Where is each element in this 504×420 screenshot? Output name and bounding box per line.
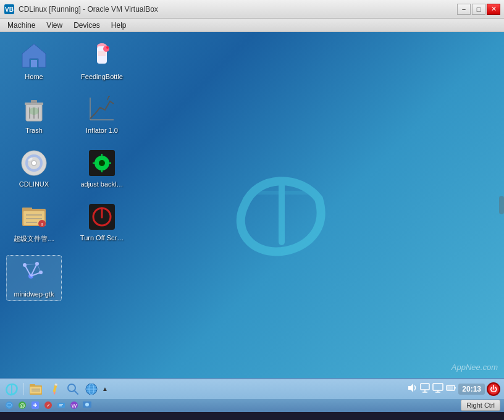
svg-rect-11	[31, 100, 37, 103]
svg-point-8	[106, 46, 109, 49]
svg-line-50	[37, 264, 41, 272]
svg-rect-76	[447, 386, 453, 390]
tray-volume-icon[interactable]	[406, 382, 418, 395]
close-button[interactable]: ✕	[487, 4, 500, 15]
svg-rect-32	[22, 208, 32, 211]
svg-rect-6	[98, 51, 106, 56]
menu-view[interactable]: View	[41, 20, 67, 31]
taskbar-search-icon[interactable]	[65, 381, 81, 397]
svg-marker-67	[408, 384, 413, 392]
window-title: CDLinux [Running] - Oracle VM VirtualBox	[19, 5, 158, 14]
title-bar: VB CDLinux [Running] - Oracle VM Virtual…	[0, 0, 504, 19]
tray-display-icon[interactable]	[432, 382, 443, 395]
icon-home-label: Home	[25, 73, 43, 80]
icon-row-5: minidwep-gtk	[6, 255, 130, 301]
desktop-icons: Home FeedingBottle	[6, 38, 130, 301]
system-clock: 20:13	[458, 384, 485, 395]
bottom-icon-3[interactable]	[30, 400, 41, 411]
icon-backlight-label: adjust backl…	[80, 180, 123, 188]
icon-feedingbottle[interactable]: FeedingBottle	[74, 38, 130, 83]
menu-help[interactable]: Help	[106, 20, 132, 31]
icon-backlight[interactable]: adjust backl…	[74, 146, 130, 190]
svg-rect-71	[433, 384, 443, 390]
svg-rect-53	[30, 384, 35, 387]
svg-line-43	[25, 265, 31, 276]
svg-point-26	[99, 160, 105, 166]
svg-text:!: !	[41, 222, 43, 227]
svg-line-18	[107, 96, 109, 100]
maximize-button[interactable]: □	[472, 4, 485, 15]
icon-trash-label: Trash	[25, 127, 43, 134]
svg-rect-54	[30, 387, 41, 393]
title-bar-left: VB CDLinux [Running] - Oracle VM Virtual…	[4, 4, 158, 15]
svg-rect-75	[455, 387, 456, 388]
icon-minidwep-label: minidwep-gtk	[14, 290, 54, 298]
virtualbox-icon: VB	[4, 4, 15, 15]
icon-trash[interactable]: Trash	[6, 92, 62, 136]
right-ctrl-label[interactable]: Right Ctrl	[461, 400, 500, 411]
svg-point-7	[103, 46, 109, 52]
svg-point-21	[32, 161, 36, 166]
taskbar-pencil-icon[interactable]	[46, 381, 62, 397]
taskbar-expand-arrow[interactable]: ▲	[102, 385, 108, 392]
svg-point-15	[29, 107, 39, 115]
icon-turnoff-label: Turn Off Scr…	[80, 234, 124, 242]
scrollbar[interactable]	[499, 196, 504, 214]
taskbar-globe-icon[interactable]	[83, 381, 99, 397]
icon-inflator[interactable]: Inflator 1.0	[74, 92, 130, 136]
svg-marker-58	[52, 392, 56, 395]
taskbar-cdlinux-icon[interactable]	[4, 381, 20, 397]
title-bar-controls: − □ ✕	[457, 4, 500, 15]
svg-point-91	[85, 403, 89, 406]
minimize-button[interactable]: −	[457, 4, 471, 15]
icon-filemanager[interactable]: ! 超级文件管…	[6, 200, 62, 246]
svg-text:VB: VB	[5, 6, 14, 13]
taskbar-sep-1	[23, 383, 24, 395]
icon-cdlinux[interactable]: CDLINUX	[6, 146, 62, 190]
menu-machine[interactable]: Machine	[2, 20, 40, 31]
icon-cdlinux-label: CDLINUX	[19, 180, 49, 188]
bottom-icon-1[interactable]	[4, 400, 15, 411]
sys-tray: 20:13 ⏻	[406, 382, 500, 396]
taskbar: ▲	[0, 378, 504, 412]
tray-network-icon[interactable]	[419, 382, 430, 395]
icon-row-2: Trash Inflator 1.0	[6, 92, 130, 136]
icon-row-4: ! 超级文件管… Turn Off Scr…	[6, 200, 130, 246]
taskbar-bottom: @ ✓	[0, 399, 504, 412]
bottom-icon-4[interactable]: ✓	[43, 400, 54, 411]
icon-filemanager-label: 超级文件管…	[14, 234, 54, 243]
menu-devices[interactable]: Devices	[69, 20, 105, 31]
watermark: AppNee.com	[452, 363, 498, 372]
taskbar-top: ▲	[0, 379, 504, 399]
svg-text:W: W	[72, 403, 77, 409]
icon-home[interactable]: Home	[6, 38, 62, 83]
icon-inflator-label: Inflator 1.0	[86, 127, 118, 134]
menu-bar: Machine View Devices Help	[0, 19, 504, 32]
svg-line-49	[25, 264, 37, 265]
icon-turnoff[interactable]: Turn Off Scr…	[74, 200, 130, 246]
icon-feedingbottle-label: FeedingBottle	[81, 73, 123, 80]
icon-row-1: Home FeedingBottle	[6, 38, 130, 83]
taskbar-filemanager-icon[interactable]	[28, 381, 44, 397]
icon-minidwep[interactable]: minidwep-gtk	[6, 255, 62, 301]
bottom-icon-2[interactable]: @	[17, 400, 28, 411]
bottom-icon-5[interactable]	[56, 400, 67, 411]
svg-text:✓: ✓	[46, 403, 51, 408]
svg-rect-85	[57, 403, 65, 408]
bottom-icon-6[interactable]: W	[69, 400, 80, 411]
cdlinux-logo	[220, 162, 343, 261]
svg-rect-3	[31, 60, 37, 67]
desktop: Home FeedingBottle	[0, 32, 504, 378]
bottom-icon-7[interactable]	[82, 400, 93, 411]
svg-line-61	[74, 390, 78, 394]
tray-battery-icon[interactable]	[445, 382, 456, 395]
svg-rect-68	[421, 384, 429, 390]
power-button[interactable]: ⏻	[487, 382, 500, 396]
icon-row-3: CDLINUX adjust backl…	[6, 146, 130, 190]
svg-text:@: @	[19, 403, 25, 409]
